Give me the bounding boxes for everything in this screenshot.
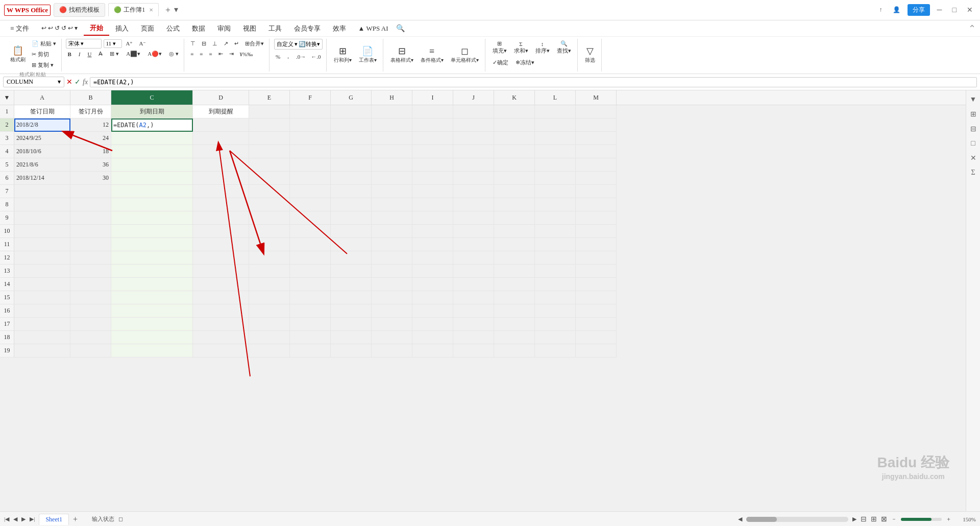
sheet-tab-sheet1[interactable]: Sheet1 xyxy=(39,514,69,525)
ribbon-tab-tools-left[interactable]: ↩ ↩ ↺ ↺ ↩ ▾ xyxy=(35,22,84,34)
col-header-j[interactable]: J xyxy=(453,90,494,105)
cell-f2[interactable] xyxy=(290,118,331,132)
cell-i1[interactable] xyxy=(412,105,453,118)
cell-f18[interactable] xyxy=(290,331,331,344)
cell-b18[interactable] xyxy=(70,331,111,344)
cell-l1[interactable] xyxy=(535,105,576,118)
font-size-select[interactable]: 11 ▾ xyxy=(104,39,122,48)
view-layout-button[interactable]: ⊞ xyxy=(871,515,877,523)
format-painter-button[interactable]: 📋 格式刷 xyxy=(7,44,29,65)
cell-g3[interactable] xyxy=(331,132,372,145)
decimal-up-button[interactable]: .0→ xyxy=(294,52,308,61)
decimal-down-button[interactable]: ←.0 xyxy=(309,52,323,61)
cell-i8[interactable] xyxy=(412,198,453,211)
cell-f16[interactable] xyxy=(290,304,331,318)
cell-e13[interactable] xyxy=(249,265,290,278)
cell-k9[interactable] xyxy=(494,211,535,225)
cell-l14[interactable] xyxy=(535,278,576,291)
cell-l17[interactable] xyxy=(535,318,576,331)
cell-h8[interactable] xyxy=(372,198,412,211)
cell-e19[interactable] xyxy=(249,344,290,357)
right-panel-icon-1[interactable]: ▼ xyxy=(969,94,978,105)
cell-e7[interactable] xyxy=(249,185,290,198)
cell-i5[interactable] xyxy=(412,158,453,172)
cell-j13[interactable] xyxy=(453,265,494,278)
cell-d10[interactable] xyxy=(193,225,249,238)
cell-f19[interactable] xyxy=(290,344,331,357)
cell-e15[interactable] xyxy=(249,291,290,304)
cell-k12[interactable] xyxy=(494,251,535,265)
cell-i6[interactable] xyxy=(412,172,453,185)
cell-f11[interactable] xyxy=(290,238,331,251)
cell-h12[interactable] xyxy=(372,251,412,265)
cell-l9[interactable] xyxy=(535,211,576,225)
cell-c13[interactable] xyxy=(111,265,193,278)
col-header-b[interactable]: B xyxy=(70,90,111,105)
cell-b3[interactable]: 24 xyxy=(70,132,111,145)
collapse-icon[interactable]: ⌃ xyxy=(968,23,976,34)
cell-d15[interactable] xyxy=(193,291,249,304)
cell-l10[interactable] xyxy=(535,225,576,238)
close-button[interactable]: ✕ xyxy=(964,5,976,15)
cell-m15[interactable] xyxy=(576,291,617,304)
cell-e2[interactable] xyxy=(249,118,290,132)
cell-c11[interactable] xyxy=(111,238,193,251)
cell-l15[interactable] xyxy=(535,291,576,304)
cell-g9[interactable] xyxy=(331,211,372,225)
cell-a7[interactable] xyxy=(14,185,70,198)
corner-cell[interactable]: ▼ xyxy=(0,90,14,105)
scroll-right-button[interactable]: ▶ xyxy=(852,516,856,522)
cell-k6[interactable] xyxy=(494,172,535,185)
right-panel-icon-4[interactable]: □ xyxy=(970,138,976,149)
fill-button[interactable]: ⊞ 填充▾ xyxy=(489,39,510,56)
cell-g15[interactable] xyxy=(331,291,372,304)
cell-a16[interactable] xyxy=(14,304,70,318)
col-header-i[interactable]: I xyxy=(412,90,453,105)
cell-b9[interactable] xyxy=(70,211,111,225)
cell-b16[interactable] xyxy=(70,304,111,318)
cell-d1[interactable]: 到期提醒 xyxy=(193,105,249,118)
cell-m18[interactable] xyxy=(576,331,617,344)
col-header-d[interactable]: D xyxy=(193,90,249,105)
font-color-button[interactable]: A🔴▾ xyxy=(145,50,164,58)
cell-d8[interactable] xyxy=(193,198,249,211)
col-header-m[interactable]: M xyxy=(576,90,617,105)
maximize-button[interactable]: □ xyxy=(949,5,960,15)
cell-d7[interactable] xyxy=(193,185,249,198)
cell-j8[interactable] xyxy=(453,198,494,211)
ribbon-tab-member[interactable]: 会员专享 xyxy=(288,22,327,35)
cell-d16[interactable] xyxy=(193,304,249,318)
cell-l13[interactable] xyxy=(535,265,576,278)
cell-c9[interactable] xyxy=(111,211,193,225)
cell-f13[interactable] xyxy=(290,265,331,278)
cell-d3[interactable] xyxy=(193,132,249,145)
cell-m4[interactable] xyxy=(576,145,617,158)
cell-g7[interactable] xyxy=(331,185,372,198)
cell-d14[interactable] xyxy=(193,278,249,291)
cell-m1[interactable] xyxy=(576,105,617,118)
cell-m6[interactable] xyxy=(576,172,617,185)
cell-b6[interactable]: 30 xyxy=(70,172,111,185)
font-family-select[interactable]: 宋体 ▾ xyxy=(66,39,102,49)
cell-i9[interactable] xyxy=(412,211,453,225)
cell-k15[interactable] xyxy=(494,291,535,304)
minimize-button[interactable]: ─ xyxy=(934,5,945,15)
ribbon-tab-data[interactable]: 数据 xyxy=(186,22,211,35)
cell-h16[interactable] xyxy=(372,304,412,318)
cell-b7[interactable] xyxy=(70,185,111,198)
h-scrollbar[interactable] xyxy=(746,517,848,522)
tab-workbook1[interactable]: 🟢 工作簿1 ✕ xyxy=(108,3,159,17)
nav-prev-button[interactable]: ◀ xyxy=(13,516,17,522)
cell-e1[interactable] xyxy=(249,105,290,118)
cell-m2[interactable] xyxy=(576,118,617,132)
cell-j6[interactable] xyxy=(453,172,494,185)
cell-b2[interactable]: 12 xyxy=(70,118,111,132)
cell-d6[interactable] xyxy=(193,172,249,185)
cell-a15[interactable] xyxy=(14,291,70,304)
h-scrollbar-thumb[interactable] xyxy=(746,517,777,522)
cell-c3[interactable] xyxy=(111,132,193,145)
cell-h14[interactable] xyxy=(372,278,412,291)
cell-l6[interactable] xyxy=(535,172,576,185)
percent-button[interactable]: % xyxy=(274,52,282,61)
cell-j1[interactable] xyxy=(453,105,494,118)
